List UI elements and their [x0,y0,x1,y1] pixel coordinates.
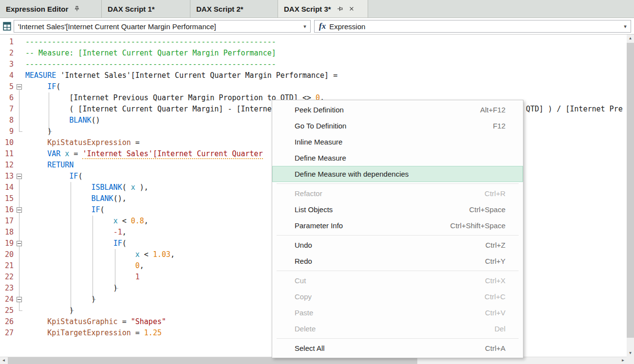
code-text [25,172,69,181]
code-text: ( [78,172,82,181]
scroll-left-button[interactable]: ◄ [0,357,7,364]
code-text [25,161,47,169]
toolbar: 'Internet Sales'[Internet Current Quarte… [0,18,634,35]
menu-item-shortcut: F12 [493,122,505,130]
code-token-var: x [113,217,118,225]
close-icon[interactable] [349,6,354,12]
menu-item-define-measure-with-dependencies[interactable]: Define Measure with dependencies [272,166,523,182]
horizontal-scrollbar-thumb[interactable] [8,357,417,364]
line-number: 7 [0,104,15,115]
line-number: 15 [0,193,15,204]
menu-item-shortcut: Ctrl+Shift+Space [450,221,505,230]
line-number: 3 [0,59,15,70]
menu-item-label: Peek Definition [295,106,344,114]
code-token-kw: IF [91,205,100,214]
code-token-kw: IF [47,82,56,91]
code-text: ( [56,82,60,91]
code-token-kw: IF [69,172,78,181]
code-text [25,138,47,147]
fold-gutter-tick [19,131,22,132]
code-line-4[interactable]: MEASURE 'Internet Sales'[Internet Curren… [25,70,337,81]
code-text [25,317,47,326]
pin-icon[interactable] [74,5,80,12]
menu-item-cut: CutCtrl+X [272,273,523,289]
line-number: 11 [0,148,15,160]
scroll-right-icon: ► [621,358,625,363]
pin-icon[interactable] [336,5,343,12]
menu-item-shortcut: Ctrl+X [485,276,505,285]
menu-item-shortcut: Ctrl+Space [469,205,505,214]
scroll-down-button[interactable]: ▼ [627,349,634,357]
code-token-str: "Shapes" [131,317,166,326]
code-text: (), [113,194,127,203]
menu-item-go-to-definition[interactable]: Go To DefinitionF12 [272,118,523,134]
measure-selector[interactable]: 'Internet Sales'[Internet Current Quarte… [14,20,311,33]
menu-item-shortcut: Del [494,325,505,333]
code-text: , [140,261,144,270]
tab-bar: Expression EditorDAX Script 1*DAX Script… [0,0,634,18]
fold-collapse-icon[interactable] [17,297,22,302]
line-number: 9 [0,126,15,137]
code-token-var: x [65,149,69,158]
code-token-kw: ISBLANK [91,183,122,192]
code-text [25,239,113,248]
code-text: < [118,217,131,225]
menu-item-define-measure[interactable]: Define Measure [272,150,523,166]
scroll-up-button[interactable]: ▲ [627,35,634,42]
menu-item-shortcut: Ctrl+Y [485,257,505,265]
fold-collapse-icon[interactable] [17,241,22,246]
line-number: 25 [0,305,15,316]
code-text [25,82,47,91]
code-token-prop: KpiStatusGraphic [47,317,118,326]
tab-dax-script-1[interactable]: DAX Script 1* [102,0,190,18]
menu-item-select-all[interactable]: Select AllCtrl+A [272,340,523,356]
code-line-5[interactable]: IF( [25,81,337,92]
scroll-right-button[interactable]: ► [619,357,627,364]
code-text: , [144,217,149,225]
menu-item-inline-measure[interactable]: Inline Measure [272,134,523,150]
menu-item-label: Define Measure with dependencies [295,170,409,178]
code-text: 'Internet Sales'[Internet Current Quarte… [56,71,337,80]
menu-item-parameter-info[interactable]: Parameter InfoCtrl+Shift+Space [272,218,523,234]
code-text [60,149,65,158]
code-token-kw: BLANK [91,194,113,203]
menu-item-label: Refactor [295,189,322,198]
code-line-1[interactable]: ----------------------------------------… [25,36,337,48]
menu-item-list-objects[interactable]: List ObjectsCtrl+Space [272,201,523,218]
code-text: QTD] ) / [Internet Pre [526,105,623,113]
line-number: 24 [0,294,15,305]
vertical-scrollbar-thumb[interactable] [627,43,634,338]
line-number-gutter: 1234567891011121314151617181920212223242… [0,36,15,339]
code-token-kw: BLANK [69,116,91,125]
menu-item-label: Undo [295,241,312,249]
code-token-prop: KpiStatusExpression [47,138,131,147]
property-selector-value: Expression [329,22,620,31]
fold-collapse-icon[interactable] [17,174,22,179]
tab-label: Expression Editor [6,5,68,13]
code-text: < [140,250,153,259]
tab-expression-editor[interactable]: Expression Editor [0,0,102,18]
dropdown-arrow-icon[interactable]: ▾ [620,23,631,30]
line-number: 21 [0,260,15,272]
menu-item-label: Copy [295,292,312,301]
menu-item-redo[interactable]: RedoCtrl+Y [272,253,523,269]
property-selector[interactable]: fx Expression ▾ [314,20,631,33]
code-token-rnum: 1 [135,273,140,281]
line-number: 12 [0,160,15,171]
code-line-2[interactable]: -- Measure: [Internet Current Quarter Ma… [25,48,337,59]
fold-collapse-icon[interactable] [17,84,22,90]
dropdown-arrow-icon[interactable]: ▾ [299,23,310,30]
menu-item-undo[interactable]: UndoCtrl+Z [272,237,523,253]
menu-item-shortcut: Ctrl+Z [485,241,505,249]
menu-item-peek-definition[interactable]: Peek DefinitionAlt+F12 [272,102,523,118]
tab-label: DAX Script 2* [196,5,243,13]
fold-collapse-icon[interactable] [17,207,22,213]
tab-dax-script-3[interactable]: DAX Script 3* [278,0,368,18]
code-token-num: 1.03 [153,250,170,259]
code-token-kw: IF [113,239,122,248]
vertical-scrollbar[interactable]: ▲ ▼ [627,35,634,357]
measure-icon [3,22,12,31]
tab-dax-script-2[interactable]: DAX Script 2* [190,0,278,18]
scroll-up-icon: ▲ [629,36,633,40]
code-line-3[interactable]: ----------------------------------------… [25,59,337,70]
